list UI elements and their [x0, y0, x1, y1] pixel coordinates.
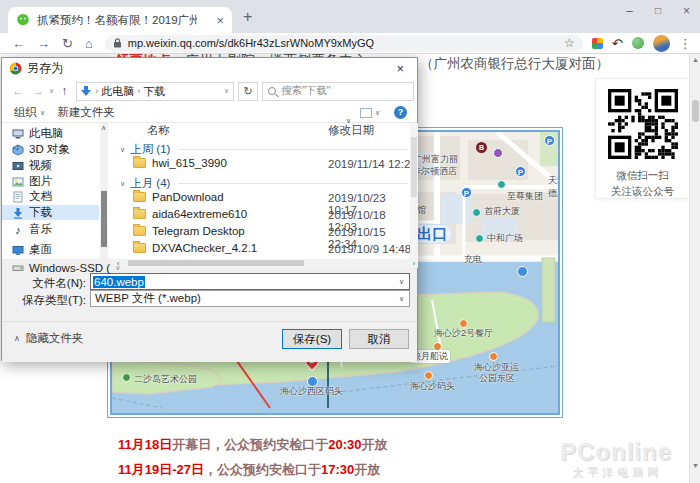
nav-back-icon[interactable]: ←: [12, 84, 24, 98]
footer-divider: [2, 321, 417, 322]
save-type-chevron-icon[interactable]: ∨: [399, 295, 409, 303]
file-row[interactable]: DXVAChecker_4.2.1: [133, 242, 257, 254]
page-scrollbar[interactable]: ▲ ▼: [689, 54, 700, 483]
file-row[interactable]: aida64extreme610: [133, 208, 247, 220]
bookmark-star-icon[interactable]: ☆: [564, 36, 575, 50]
videos-icon: [12, 160, 24, 172]
notice-2-end: 开放: [354, 462, 380, 477]
list-scrollbar[interactable]: [410, 123, 418, 259]
map-label-restaurant: 海心沙2号餐厅: [434, 327, 493, 340]
search-icon: [268, 87, 276, 95]
save-type-select[interactable]: WEBP 文件 (*.webp) ∨: [90, 290, 410, 307]
sidebar-scrollbar-thumb[interactable]: [101, 191, 107, 247]
group-header-last-week[interactable]: ∨ 上周 (1): [120, 142, 408, 157]
breadcrumb-this-pc[interactable]: 此电脑: [101, 84, 134, 99]
map-label-zhonghe: 中和广场: [487, 232, 523, 245]
sidebar-item-music[interactable]: ♪ 音乐: [2, 222, 99, 237]
hide-folders-button[interactable]: ∧ 隐藏文件夹: [14, 331, 83, 346]
dialog-toolbar: 组织 ∨ 新建文件夹 ∨ ?: [2, 103, 417, 123]
sidebar-item-videos[interactable]: 视频: [2, 158, 99, 173]
file-row[interactable]: hwi_615_3990: [133, 157, 227, 169]
browser-menu-icon[interactable]: ⋮: [679, 36, 692, 51]
group-header-last-month[interactable]: ∨ 上月 (4): [120, 176, 408, 191]
browser-tab[interactable]: 抓紧预约！名额有限！2019广州 ×: [8, 7, 232, 33]
column-header-date[interactable]: 修改日期: [328, 123, 374, 138]
list-h-scrollbar-thumb[interactable]: [128, 260, 304, 266]
help-button[interactable]: ?: [394, 106, 407, 119]
notice-1-mid: 开幕日，公众预约安检口于: [172, 437, 328, 452]
tab-close-icon[interactable]: ×: [216, 14, 224, 27]
dialog-titlebar[interactable]: 另存为 ×: [2, 58, 417, 79]
sidebar-item-windows-ssd[interactable]: Windows-SSD ( ∨: [2, 260, 99, 275]
window-controls: – □ ×: [626, 4, 690, 18]
list-h-scrollbar[interactable]: ‹ ›: [114, 259, 418, 268]
new-folder-button[interactable]: 新建文件夹: [57, 105, 115, 120]
nav-history-chevron-icon[interactable]: ∨: [49, 87, 54, 95]
cancel-button[interactable]: 取消: [349, 329, 409, 349]
search-box[interactable]: 搜索"下载": [262, 82, 414, 101]
folder-icon: [133, 209, 146, 219]
refresh-button[interactable]: ↻: [238, 82, 258, 101]
metro-icon: [472, 208, 481, 217]
address-bar[interactable]: › 此电脑 › 下载 ∨: [76, 82, 234, 101]
search-placeholder: 搜索"下载": [281, 84, 330, 98]
filename-chevron-icon[interactable]: ∨: [399, 278, 409, 286]
organize-button[interactable]: 组织: [14, 105, 37, 120]
url-bar[interactable]: mp.weixin.qq.com/s/dk6Hr43zLsrWNoMY9xMyG…: [105, 35, 583, 52]
organize-chevron-icon: ∨: [40, 109, 45, 117]
folder-icon: [133, 226, 146, 236]
music-icon: ♪: [12, 224, 24, 236]
address-chevron-icon[interactable]: ∨: [224, 87, 229, 95]
group-collapse-icon[interactable]: ∨: [120, 146, 125, 154]
sidebar-scroll-down-icon[interactable]: ∨: [115, 264, 120, 272]
this-pc-icon: [12, 128, 24, 140]
sidebar-item-pictures[interactable]: 图片: [2, 174, 99, 189]
window-maximize-icon[interactable]: □: [655, 5, 661, 18]
dialog-close-icon[interactable]: ×: [390, 61, 410, 76]
green-extension-icon[interactable]: [632, 37, 644, 49]
undo-extension-icon[interactable]: ↶: [612, 36, 623, 51]
file-row[interactable]: PanDownload: [133, 191, 224, 203]
profile-avatar[interactable]: [653, 35, 670, 52]
list-scrollbar-thumb[interactable]: [411, 137, 417, 197]
save-type-label: 保存类型(T):: [6, 293, 86, 308]
nav-forward-icon[interactable]: →: [32, 84, 44, 98]
sidebar-scrollbar[interactable]: [100, 123, 108, 269]
scroll-up-icon[interactable]: ▲: [690, 56, 700, 63]
view-mode-chevron-icon[interactable]: ∨: [375, 109, 380, 117]
h-scroll-right-icon[interactable]: ›: [413, 259, 415, 268]
park-gate-icon: [489, 352, 498, 361]
group-collapse-icon[interactable]: ∨: [120, 180, 125, 188]
sidebar-item-desktop[interactable]: 桌面: [2, 242, 99, 257]
extension-icon[interactable]: [592, 38, 603, 49]
dialog-title: 另存为: [27, 60, 63, 77]
3d-objects-icon: [12, 144, 24, 156]
view-mode-icon[interactable]: [360, 108, 372, 118]
browser-forward-icon[interactable]: →: [37, 37, 50, 50]
page-scrollbar-thumb[interactable]: [692, 100, 699, 122]
hotel-icon: [493, 148, 503, 158]
scroll-down-icon[interactable]: ▼: [690, 462, 700, 469]
breadcrumb-downloads[interactable]: 下载: [143, 84, 165, 99]
sidebar-item-documents[interactable]: 文档: [2, 189, 99, 204]
group-rule: [178, 183, 408, 184]
sidebar-item-downloads[interactable]: 下载: [2, 205, 99, 220]
browser-back-icon[interactable]: ←: [12, 37, 25, 50]
browser-home-icon[interactable]: ⌂: [85, 37, 93, 50]
sidebar-item-this-pc[interactable]: 此电脑: [2, 126, 99, 141]
browser-refresh-icon[interactable]: ↻: [62, 37, 73, 50]
save-button[interactable]: 保存(S): [282, 329, 342, 349]
new-tab-button[interactable]: +: [243, 8, 252, 26]
drive-icon: [12, 262, 24, 274]
window-close-icon[interactable]: ×: [683, 4, 690, 18]
filename-input[interactable]: 640.webp ∨: [90, 273, 410, 290]
file-row[interactable]: Telegram Desktop: [133, 225, 245, 237]
sidebar-item-3d-objects[interactable]: 3D 对象: [2, 142, 99, 157]
nav-up-icon[interactable]: ↑: [61, 84, 67, 98]
notice-2-date: 11月19日-27日: [118, 462, 204, 477]
downloads-icon: [12, 207, 24, 219]
sidebar-scroll-up-icon[interactable]: ∧: [101, 124, 106, 132]
column-header-name[interactable]: 名称: [147, 123, 170, 138]
desktop-icon: [12, 244, 24, 256]
window-minimize-icon[interactable]: –: [626, 4, 633, 18]
